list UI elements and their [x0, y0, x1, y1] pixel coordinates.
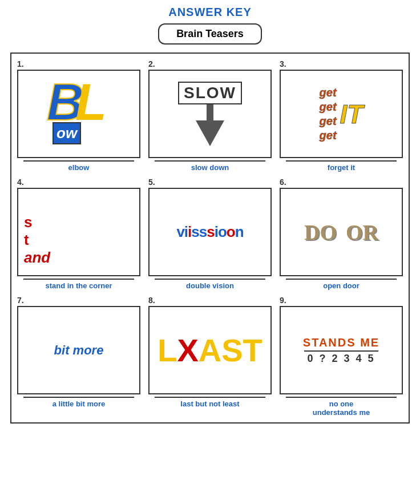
- puzzle5-v2b: s: [207, 223, 214, 240]
- puzzle9-line: [304, 350, 378, 352]
- puzzle4-and: and: [24, 249, 50, 267]
- puzzle-cell-9: 9. STANDS ME 0 ? 2 3 4 5 no one understa…: [280, 296, 403, 417]
- puzzle8-X: X: [177, 332, 198, 369]
- puzzle-box-6: DO OR: [280, 188, 403, 276]
- puzzle5-v1d: n: [235, 223, 244, 240]
- puzzle4-text: s t and: [24, 213, 50, 267]
- puzzle8-AST: AST: [199, 332, 262, 369]
- puzzle-cell-7: 7. bit more a little bit more: [17, 296, 140, 417]
- answer-label-1: elbow: [23, 160, 134, 172]
- answer-label-7: a little bit more: [23, 397, 134, 408]
- puzzle-visual-3: get get get get IT: [320, 71, 364, 157]
- puzzle-box-7: bit more: [17, 306, 140, 394]
- puzzle-cell-6: 6. DO OR open door: [280, 178, 403, 290]
- puzzle-box-2: SLOW: [148, 70, 272, 158]
- puzzle-number-8: 8.: [148, 296, 155, 305]
- puzzle-number-7: 7.: [17, 296, 24, 305]
- puzzle-number-4: 4.: [17, 178, 24, 187]
- puzzle5-v1: vi: [176, 223, 188, 240]
- puzzle-box-9: STANDS ME 0 ? 2 3 4 5: [280, 306, 403, 394]
- puzzle1-letter-L: L: [75, 76, 107, 128]
- puzzle5-v1c: io: [215, 223, 227, 240]
- puzzle-box-5: viisssioon: [148, 188, 272, 276]
- puzzle-number-6: 6.: [280, 178, 286, 187]
- puzzle5-v1b: ss: [191, 223, 207, 240]
- answer-label-4: stand in the corner: [23, 279, 134, 290]
- puzzle-visual-4: s t and: [18, 189, 139, 275]
- puzzle3-it: IT: [340, 99, 364, 130]
- puzzle-cell-2: 2. SLOW slow down: [148, 59, 272, 172]
- puzzle3-get-col: get get get get: [320, 86, 337, 142]
- puzzle2-arrow-shaft: [207, 104, 213, 122]
- puzzle7-bit: bit more: [54, 343, 104, 358]
- puzzle-cell-1: 1. B L ow elbow: [17, 59, 140, 172]
- puzzle9-numbers: 0 ? 2 3 4 5: [307, 353, 375, 365]
- subtitle-box: Brain Teasers: [158, 23, 262, 45]
- puzzle6-or: OR: [346, 220, 378, 245]
- puzzle-cell-5: 5. viisssioon double vision: [148, 178, 272, 290]
- puzzle-cell-8: 8. LXAST last but not least: [148, 296, 272, 417]
- puzzle-box-8: LXAST: [148, 306, 272, 394]
- puzzle6-do: DO: [304, 220, 337, 245]
- answer-label-6: open door: [286, 279, 397, 290]
- answer-label-8: last but not least: [155, 397, 265, 408]
- puzzle8-L: L: [158, 332, 177, 369]
- puzzle-box-3: get get get get IT: [280, 70, 403, 158]
- puzzle4-s: s: [24, 213, 50, 231]
- answer-label-9: no one understands me: [286, 397, 397, 417]
- puzzle-number-5: 5.: [148, 178, 155, 187]
- puzzle-visual-2: SLOW: [178, 71, 242, 157]
- puzzle-visual-7: bit more: [54, 307, 104, 393]
- puzzle-number-3: 3.: [280, 59, 286, 68]
- puzzle-number-9: 9.: [280, 296, 286, 305]
- puzzle-visual-9: STANDS ME 0 ? 2 3 4 5: [303, 307, 379, 393]
- puzzle-visual-8: LXAST: [158, 307, 262, 393]
- puzzle3-get2: get: [320, 100, 337, 114]
- puzzle-number-2: 2.: [148, 59, 155, 68]
- answer-label-3: forget it: [286, 160, 397, 172]
- puzzle-grid: 1. B L ow elbow 2. SLOW slow down: [17, 59, 403, 417]
- puzzle3-get3: get: [320, 115, 337, 128]
- puzzle5-vision: viisssioon: [176, 223, 243, 241]
- puzzle5-v2c: o: [227, 223, 235, 240]
- puzzle-box-1: B L ow: [17, 70, 140, 158]
- puzzle-cell-4: 4. s t and stand in the corner: [17, 178, 140, 290]
- answer-label-2: slow down: [155, 160, 265, 172]
- puzzle-visual-1: B L ow: [18, 71, 139, 157]
- puzzle2-slow: SLOW: [178, 82, 242, 104]
- puzzle2-arrow: [196, 120, 224, 146]
- puzzle3-get4: get: [320, 129, 337, 142]
- puzzle-visual-5: viisssioon: [176, 189, 243, 275]
- puzzle4-t: t: [24, 231, 50, 249]
- answer-label-5: double vision: [155, 279, 265, 290]
- outer-border: 1. B L ow elbow 2. SLOW slow down: [10, 53, 410, 424]
- puzzle1-ow: ow: [52, 122, 81, 144]
- puzzle-visual-6: DO OR: [304, 189, 378, 275]
- puzzle3-get1: get: [320, 86, 337, 99]
- puzzle-box-4: s t and: [17, 188, 140, 276]
- page-title: ANSWER KEY: [168, 6, 252, 19]
- puzzle9-stands-me: STANDS ME: [303, 336, 379, 349]
- puzzle-number-1: 1.: [17, 59, 24, 68]
- puzzle-cell-3: 3. get get get get IT forget it: [280, 59, 403, 172]
